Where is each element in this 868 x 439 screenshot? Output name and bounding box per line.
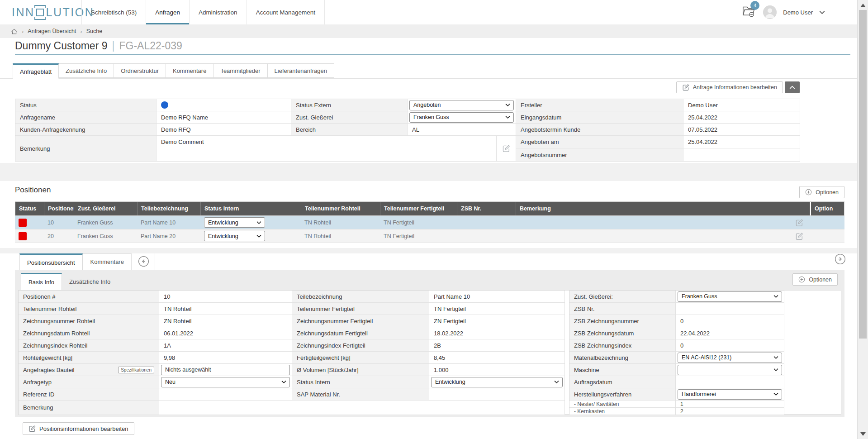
rohteilgewicht-value: 9,98 (159, 352, 292, 364)
teilebezeichnung-cell: Part Name 10 (137, 216, 200, 229)
nav-item-administration[interactable]: Administration (190, 0, 247, 24)
field-label: Zeichnungsindex Rohteil (19, 339, 159, 352)
notifications-folder-button[interactable]: 4 (741, 5, 757, 20)
col-header-tn-rohteil: Teilenummer Rohteil (301, 202, 380, 215)
zeichnungsdatum-rohteil-value: 06.01.2022 (159, 327, 292, 339)
bereich-value: AL (408, 124, 516, 136)
title-divider (15, 54, 850, 55)
field-label: Rohteilgewicht [kg] (19, 352, 159, 364)
chevron-down-icon (256, 221, 261, 224)
angefragtes-bauteil-input[interactable]: Nichts ausgewählt (161, 365, 290, 375)
tab-anfrageblatt[interactable]: Anfrageblatt (13, 63, 59, 79)
field-label: Eingangsdatum (516, 111, 683, 124)
field-label: Zeichnungsdatum Fertigteil (292, 327, 429, 339)
bemerkung-detail-value[interactable] (159, 401, 565, 415)
subtab-basis-info[interactable]: Basis Info (21, 273, 62, 290)
status-intern-detail-select[interactable]: Entwicklung (431, 377, 563, 387)
option-cell (810, 229, 844, 243)
zsb-nr-value (676, 303, 784, 315)
nav-item-anfragen[interactable]: Anfragen (146, 0, 190, 24)
zust-giesserei-detail-select[interactable]: Franken Guss (678, 291, 782, 302)
field-label: Kunden-Anfragekennung (15, 124, 157, 136)
status-intern-select[interactable]: Entwicklung (204, 231, 265, 241)
scrollbar-down-button[interactable] (860, 432, 866, 436)
tab-teammitglieder[interactable]: Teammitglieder (213, 63, 267, 78)
option-cell (810, 216, 844, 229)
nav-item-schreibtisch[interactable]: Schreibtisch (53) (81, 0, 146, 24)
status-intern-cell: Entwicklung (200, 216, 301, 229)
field-label: - Nester/ Kavitäten (569, 401, 676, 408)
zsb-zeichnungsnummer-value: 0 (676, 315, 784, 327)
zsb-cell (457, 229, 516, 243)
status-extern-select[interactable]: Angeboten (409, 100, 514, 110)
anfragetyp-select[interactable]: Neu (161, 377, 290, 387)
status-intern-select[interactable]: Entwicklung (204, 217, 265, 228)
scrollbar-thumb[interactable] (859, 10, 867, 339)
field-label: Teilebezeichnung (292, 291, 429, 303)
anfragename-value: Demo RFQ Name (157, 111, 291, 124)
status-cell (15, 216, 44, 229)
request-form: Status Status Extern Angeboten Ersteller… (15, 99, 800, 162)
field-label: Zeichnungsindex Fertigteil (292, 339, 429, 352)
herstellungsverfahren-select[interactable]: Handformerei (678, 389, 782, 400)
field-label: Angebotsnummer (516, 148, 683, 162)
field-label: Fertigteilgewicht [kg] (292, 352, 429, 364)
edit-position-info-button[interactable]: Positionsinformationen bearbeiten (23, 422, 134, 435)
breadcrumb-item-anfragen-uebersicht[interactable]: Anfragen Übersicht (28, 28, 76, 34)
anfragetyp-cell: Neu (159, 376, 292, 388)
tab-positionsuebersicht[interactable]: Positionsübersicht (19, 253, 83, 270)
spezifikationen-tag-button[interactable]: Spezifikationen (118, 367, 154, 373)
tab-ordnerstruktur[interactable]: Ordnerstruktur (114, 63, 166, 78)
maschine-select[interactable] (678, 365, 782, 375)
tab-lieferantenanfragen[interactable]: Lieferantenanfragen (268, 63, 334, 78)
status-blue-indicator (161, 101, 168, 109)
status-cell (15, 229, 44, 243)
bemerkung-edit-button[interactable] (496, 136, 516, 161)
tn-rohteil-cell: TN Rohteil (301, 216, 380, 229)
field-label: Materialbezeichnung (569, 352, 676, 364)
row-edit-button[interactable] (795, 232, 803, 240)
row-edit-button[interactable] (795, 219, 803, 227)
field-label: Teilenummer Fertigteil (292, 303, 429, 315)
scroll-tabs-left-button[interactable] (138, 256, 149, 267)
positions-options-button[interactable]: Optionen (799, 186, 844, 198)
detail-options-button[interactable]: Optionen (792, 273, 838, 286)
home-icon[interactable] (11, 28, 18, 35)
zeichnungsindex-fertigteil-value: 2B (429, 339, 565, 352)
edit-icon (28, 425, 36, 432)
angeboten-am-value: 25.04.2022 (683, 136, 800, 148)
scroll-tabs-right-button[interactable] (835, 253, 846, 265)
nav-item-account-management[interactable]: Account Management (247, 0, 325, 24)
position-row[interactable]: 10 Franken Guss Part Name 10 Entwicklung… (15, 216, 844, 229)
col-header-position: Positionen # (44, 202, 74, 215)
field-label: Herstellungsverfahren (569, 388, 676, 401)
zsb-cell (457, 216, 516, 229)
angebotsnummer-value (683, 148, 800, 162)
breadcrumb-item-suche[interactable]: Suche (86, 28, 102, 34)
collapse-panel-button[interactable] (785, 81, 800, 93)
field-label: ZSB Zeichnungsindex (569, 339, 676, 352)
scrollbar-up-button[interactable] (860, 4, 866, 7)
zust-giesserei-select[interactable]: Franken Guss (409, 112, 514, 123)
detail-tabs: Positionsübersicht Kommentare (19, 253, 155, 270)
tab-positions-kommentare[interactable]: Kommentare (83, 253, 132, 270)
field-label: Zust. Gießerei: (569, 291, 676, 303)
position-cell: 20 (44, 229, 74, 243)
chevron-down-icon (773, 368, 778, 372)
field-label: Ersteller (516, 99, 683, 111)
user-menu-chevron-down-icon[interactable] (819, 10, 825, 14)
edit-request-info-button[interactable]: Anfrage Informationen bearbeiten (676, 81, 783, 93)
subtab-zusaetzliche-info[interactable]: Zusätzliche Info (62, 273, 118, 290)
materialbezeichnung-select[interactable]: EN AC-AlSi12 (231) (678, 353, 782, 363)
status-intern-cell: Entwicklung (200, 229, 301, 243)
volumen-value: 1.000 (429, 364, 565, 376)
field-label: ZSB Zeichnungsdatum (569, 327, 676, 339)
tabs-divider (155, 253, 155, 270)
col-header-status-intern: Status Intern (201, 202, 301, 215)
tab-kommentare[interactable]: Kommentare (166, 63, 213, 78)
position-row[interactable]: 20 Franken Guss Part Name 20 Entwicklung… (15, 229, 844, 243)
tab-zusaetzliche-info[interactable]: Zusätzliche Info (59, 63, 114, 78)
avatar[interactable] (763, 5, 777, 19)
col-header-option: Option (810, 202, 845, 215)
section-gap (0, 248, 857, 253)
